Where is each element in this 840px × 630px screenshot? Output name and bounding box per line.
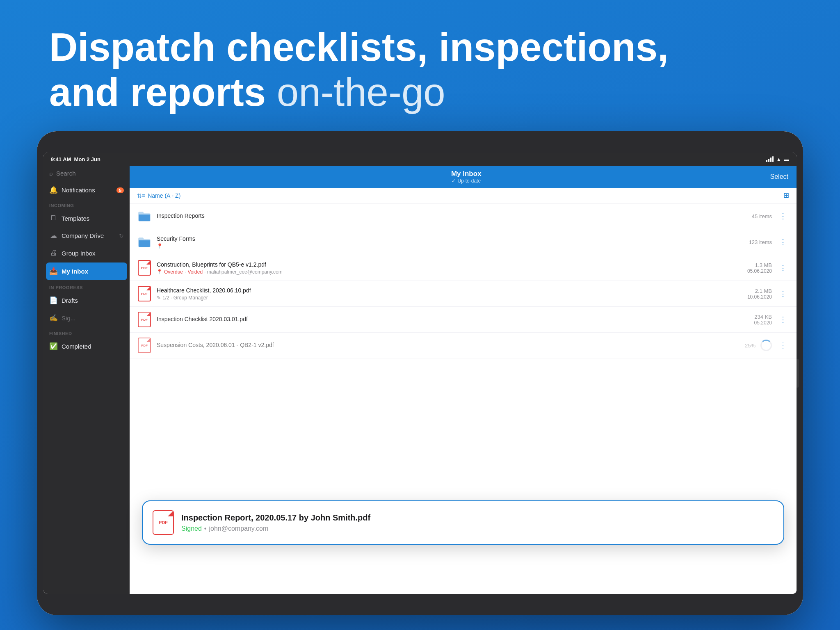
main-header: My Inbox ✓ Up-to-date Select (130, 166, 797, 188)
file-info: Healthcare Checklist, 2020.06.10.pdf ✎ 1… (157, 287, 742, 301)
file-popup: Inspection Report, 2020.05.17 by John Sm… (142, 500, 784, 545)
sidebar-item-drafts[interactable]: 📄 Drafts (43, 292, 130, 309)
sort-label[interactable]: ⇅≡ Name (A - Z) (137, 192, 180, 199)
status-icons: ▲ ▬ (766, 156, 789, 162)
file-info: Inspection Reports (157, 212, 747, 220)
sidebar-item-my-inbox[interactable]: 📥 My Inbox (46, 262, 127, 280)
section-incoming: INCOMING (43, 199, 130, 210)
file-name: Inspection Checklist 2020.03.01.pdf (157, 316, 749, 322)
pdf-file-icon (138, 260, 151, 276)
file-size: 234 KB (754, 314, 772, 320)
popup-info: Inspection Report, 2020.05.17 by John Sm… (181, 513, 774, 532)
inbox-title-section: My Inbox ✓ Up-to-date (451, 170, 482, 184)
file-size: 2.1 MB (747, 288, 772, 294)
file-size: 25% (745, 342, 756, 349)
cloud-icon: ☁ (49, 231, 57, 240)
my-inbox-label: My Inbox (62, 268, 88, 275)
inbox-title: My Inbox (451, 170, 482, 178)
sidebar-search[interactable]: ⌕ Search (43, 166, 130, 181)
file-size-info: 45 items (752, 213, 772, 219)
checkmark-icon: ✓ (452, 178, 456, 184)
hero-title: Dispatch checklists, inspections,and rep… (49, 25, 791, 115)
sort-icon: ⇅≡ (137, 192, 145, 199)
inbox-icon: 📥 (49, 267, 57, 276)
search-label: Search (56, 170, 76, 177)
hero-bold2: and reports (49, 70, 266, 114)
file-info: Construction, Blueprints for QB5-e v1.2.… (157, 261, 742, 275)
section-finished: FINISHED (43, 327, 130, 338)
completed-icon: ✅ (49, 342, 57, 351)
drafts-label: Drafts (62, 297, 78, 304)
templates-label: Templates (62, 215, 89, 222)
file-size-info: 1.3 MB 05.06.2020 (747, 262, 772, 274)
sidebar: ⌕ Search 🔔 Notifications 5 INCOMING 🗒 Te… (43, 166, 130, 594)
file-size: 1.3 MB (747, 262, 772, 268)
table-row[interactable]: Construction, Blueprints for QB5-e v1.2.… (130, 255, 797, 281)
notifications-label: Notifications (62, 187, 95, 194)
more-button[interactable]: ⋮ (777, 339, 789, 352)
completed-label: Completed (62, 343, 91, 350)
popup-meta: Signed • john@company.com (181, 525, 774, 532)
more-button[interactable]: ⋮ (777, 236, 789, 248)
notification-badge: 5 (116, 187, 124, 193)
select-button[interactable]: Select (770, 173, 788, 180)
pdf-file-icon (138, 286, 151, 301)
search-icon: ⌕ (49, 170, 53, 177)
sidebar-item-company-drive[interactable]: ☁ Company Drive ↻ (43, 227, 130, 244)
sidebar-item-group-inbox[interactable]: 🖨 Group Inbox (43, 244, 130, 262)
file-name: Construction, Blueprints for QB5-e v1.2.… (157, 261, 742, 268)
table-row[interactable]: Suspension Costs, 2020.06.01 - QB2-1 v2.… (130, 333, 797, 358)
more-button[interactable]: ⋮ (777, 262, 789, 274)
more-button[interactable]: ⋮ (777, 210, 789, 222)
file-info: Inspection Checklist 2020.03.01.pdf (157, 316, 749, 324)
pdf-file-icon (138, 312, 151, 327)
signal-icon (766, 156, 774, 162)
templates-icon: 🗒 (49, 214, 57, 222)
pdf-icon (137, 286, 152, 301)
table-row[interactable]: Healthcare Checklist, 2020.06.10.pdf ✎ 1… (130, 281, 797, 307)
status-overdue: Overdue (164, 269, 183, 275)
file-meta: 📍 Overdue · Voided · maliahpalmer_cee@co… (157, 269, 742, 275)
file-size: 123 items (749, 239, 772, 245)
pdf-icon (137, 260, 152, 275)
group-inbox-label: Group Inbox (62, 250, 96, 257)
grid-view-icon[interactable]: ⊞ (783, 191, 789, 200)
status-bar: 9:41 AM Mon 2 Jun ▲ ▬ (43, 153, 797, 166)
pin-icon: 📍 (157, 243, 163, 249)
file-name: Security Forms (157, 235, 744, 242)
popup-pdf-icon (153, 510, 174, 535)
wifi-icon: ▲ (776, 156, 781, 162)
ipad-screen: 9:41 AM Mon 2 Jun ▲ ▬ ⌕ (43, 153, 797, 594)
table-row[interactable]: Inspection Reports 45 items ⋮ (130, 203, 797, 229)
main-content: My Inbox ✓ Up-to-date Select ⇅≡ Name (A … (130, 166, 797, 594)
sidebar-item-signatures[interactable]: ✍ Sig... (43, 309, 130, 327)
sidebar-item-completed[interactable]: ✅ Completed (43, 338, 130, 355)
progress-indicator (760, 340, 772, 351)
file-date: 05.06.2020 (747, 268, 772, 274)
section-in-progress: IN PROGRESS (43, 281, 130, 292)
hero-section: Dispatch checklists, inspections,and rep… (49, 25, 791, 115)
inbox-subtitle: ✓ Up-to-date (451, 178, 482, 184)
more-button[interactable]: ⋮ (777, 288, 789, 300)
more-button[interactable]: ⋮ (777, 313, 789, 326)
pdf-icon (137, 312, 152, 327)
folder-icon (137, 209, 152, 224)
ipad-device: 9:41 AM Mon 2 Jun ▲ ▬ ⌕ (37, 131, 803, 615)
signatures-label: Sig... (62, 315, 75, 322)
hero-light: on-the-go (266, 70, 445, 114)
file-name: Suspension Costs, 2020.06.01 - QB2-1 v2.… (157, 342, 740, 348)
sidebar-item-notifications[interactable]: 🔔 Notifications 5 (43, 181, 130, 199)
hero-bold1: Dispatch checklists, inspections, (49, 25, 669, 69)
sort-bar: ⇅≡ Name (A - Z) ⊞ (130, 188, 797, 203)
file-info: Security Forms 📍 (157, 235, 744, 249)
table-row[interactable]: Inspection Checklist 2020.03.01.pdf 234 … (130, 307, 797, 333)
table-row[interactable]: Security Forms 📍 123 items ⋮ (130, 229, 797, 255)
status-time: 9:41 AM Mon 2 Jun (51, 156, 100, 162)
sidebar-item-templates[interactable]: 🗒 Templates (43, 210, 130, 227)
sort-text: Name (A - Z) (148, 192, 180, 199)
file-size-info: 123 items (749, 239, 772, 245)
popup-filename: Inspection Report, 2020.05.17 by John Sm… (181, 513, 774, 523)
file-size-info: 234 KB 05.2020 (754, 314, 772, 326)
signature-icon: ✍ (49, 314, 57, 322)
file-name: Healthcare Checklist, 2020.06.10.pdf (157, 287, 742, 294)
